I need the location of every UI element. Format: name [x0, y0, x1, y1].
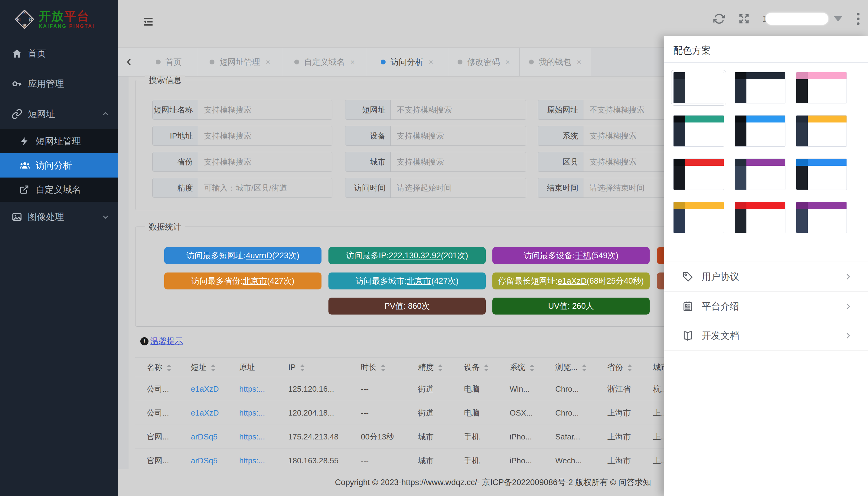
col-ip: IP: [277, 358, 349, 377]
logo[interactable]: 问 答 求 知 开放平台 KAIFANG PINGTAI: [0, 0, 118, 38]
content-scrollbar[interactable]: [118, 77, 128, 469]
sidebar-collapse-icon[interactable]: [141, 16, 155, 28]
sidebar-item-custom-domain[interactable]: 自定义域名: [0, 177, 118, 202]
sidebar-item-app-management[interactable]: 应用管理: [0, 69, 118, 99]
tab-close-icon[interactable]: ×: [577, 58, 581, 67]
precision-input[interactable]: [198, 178, 332, 198]
field-ip-address: IP地址: [152, 126, 332, 146]
stat-pv-value[interactable]: PV值: 860次: [328, 298, 486, 314]
sort-icon[interactable]: [211, 365, 216, 371]
user-menu[interactable]: 1: [762, 13, 842, 25]
theme-swatch-12[interactable]: [796, 202, 847, 233]
theme-swatch-7[interactable]: [673, 158, 724, 190]
theme-swatch-11[interactable]: [734, 202, 786, 233]
short-url-input[interactable]: [391, 100, 526, 120]
sidebar-item-visit-analysis[interactable]: 访问分析: [0, 153, 118, 177]
chevron-right-icon: [844, 331, 852, 340]
sort-icon[interactable]: [582, 365, 587, 371]
menu-dev-docs[interactable]: 开发文档: [664, 321, 868, 351]
stat-link[interactable]: 4uvrnD: [246, 251, 272, 260]
menu-user-agreement[interactable]: 用户协议: [664, 262, 868, 291]
fullscreen-icon[interactable]: [737, 12, 751, 26]
visit-time-input[interactable]: [391, 178, 526, 198]
col-browser: 浏览...: [544, 358, 596, 377]
bolt-icon: [19, 136, 31, 147]
ip-address-input[interactable]: [198, 126, 332, 145]
stat-most-visited-device[interactable]: 访问最多设备: 手机(549次): [492, 247, 650, 264]
theme-swatch-1[interactable]: [673, 72, 724, 104]
stat-link[interactable]: e1aXzD: [558, 276, 587, 286]
book-icon: [682, 330, 694, 342]
sidebar-item-short-url[interactable]: 短网址: [0, 99, 118, 129]
sort-icon[interactable]: [530, 365, 534, 371]
sidebar-item-short-url-management[interactable]: 短网址管理: [0, 129, 118, 153]
tab-dot: [458, 60, 462, 64]
theme-swatch-5[interactable]: [734, 115, 786, 147]
more-options-icon[interactable]: [857, 13, 859, 25]
theme-swatch-4[interactable]: [673, 115, 724, 147]
original-url-link[interactable]: https:...: [239, 456, 265, 465]
device-input[interactable]: [391, 126, 526, 145]
sort-icon[interactable]: [627, 365, 632, 371]
stat-most-visited-short-url[interactable]: 访问最多短网址: 4uvrnD(223次): [164, 247, 322, 264]
col-precision: 精度: [406, 358, 452, 377]
stat-most-visited-province[interactable]: 访问最多省份: 北京市(427次): [164, 273, 322, 290]
home-icon: [12, 48, 24, 59]
tab-home[interactable]: 首页: [140, 48, 197, 76]
stat-link[interactable]: 手机: [575, 250, 591, 261]
sidebar-item-image-processing[interactable]: 图像处理: [0, 202, 118, 232]
stat-most-visited-city[interactable]: 访问最多城市: 北京市(427次): [328, 273, 486, 290]
short-url-link[interactable]: e1aXzD: [191, 384, 219, 393]
original-url-link[interactable]: https:...: [239, 408, 265, 417]
warm-tips-link[interactable]: 温馨提示: [150, 336, 183, 346]
tab-visit-analysis[interactable]: 访问分析 ×: [366, 48, 448, 76]
refresh-icon[interactable]: [713, 12, 726, 26]
tab-close-icon[interactable]: ×: [506, 58, 510, 67]
tab-custom-domain[interactable]: 自定义域名 ×: [283, 48, 366, 76]
tab-close-icon[interactable]: ×: [350, 58, 355, 67]
sort-icon[interactable]: [300, 365, 305, 371]
short-url-link[interactable]: e1aXzD: [191, 408, 219, 417]
original-url-link[interactable]: https:...: [239, 432, 265, 441]
stat-link[interactable]: 222.130.32.92: [389, 251, 441, 260]
tab-my-wallet[interactable]: 我的钱包 ×: [520, 48, 591, 76]
tab-change-password[interactable]: 修改密码 ×: [448, 48, 520, 76]
short-url-link[interactable]: arDSq5: [191, 456, 217, 465]
short-url-link[interactable]: arDSq5: [191, 432, 217, 441]
stat-most-visited-ip[interactable]: 访问最多IP: 222.130.32.92(201次): [328, 247, 486, 264]
tabs-back-button[interactable]: [118, 48, 140, 76]
sidebar-item-home[interactable]: 首页: [0, 38, 118, 69]
original-url-link[interactable]: https:...: [239, 384, 265, 393]
menu-platform-intro[interactable]: 平台介绍: [664, 291, 868, 321]
field-city: 城市: [345, 152, 526, 172]
stat-link[interactable]: 北京市: [243, 276, 267, 286]
theme-swatch-2[interactable]: [734, 72, 786, 104]
theme-swatch-8[interactable]: [734, 158, 786, 190]
theme-swatch-10[interactable]: [673, 202, 724, 233]
stat-longest-stay-short-url[interactable]: 停留最长短网址: e1aXzD(68时25分40秒): [492, 273, 650, 290]
field-short-url: 短网址: [345, 100, 526, 120]
tab-close-icon[interactable]: ×: [265, 58, 270, 67]
short-url-name-input[interactable]: [198, 100, 332, 120]
stat-uv-value[interactable]: UV值: 260人: [492, 298, 650, 314]
key-icon: [12, 78, 24, 89]
tab-close-icon[interactable]: ×: [429, 58, 433, 67]
tab-dot: [529, 60, 534, 64]
chevron-down-icon: [102, 213, 109, 221]
sort-icon[interactable]: [484, 365, 489, 371]
theme-swatch-grid: [673, 72, 847, 233]
stat-link[interactable]: 北京市: [407, 276, 431, 286]
link-icon: [12, 109, 24, 120]
sort-icon[interactable]: [438, 365, 443, 371]
sort-icon[interactable]: [381, 365, 386, 371]
province-input[interactable]: [198, 152, 332, 171]
theme-drawer: 配色方案: [664, 36, 868, 496]
tab-short-url-management[interactable]: 短网址管理 ×: [197, 48, 283, 76]
theme-swatch-6[interactable]: [796, 115, 847, 147]
theme-swatch-9[interactable]: [796, 158, 847, 190]
caret-down-icon: [834, 16, 842, 21]
sort-icon[interactable]: [167, 365, 171, 371]
theme-swatch-3[interactable]: [796, 72, 847, 104]
city-input[interactable]: [391, 152, 526, 171]
sidebar-menu: 首页 应用管理 短网址: [0, 38, 118, 232]
